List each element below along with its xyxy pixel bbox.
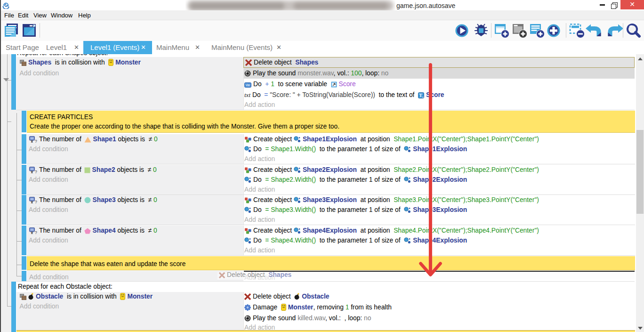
svg-text:?: ? (35, 200, 37, 204)
svg-text:x: x (422, 96, 424, 98)
svg-text:Var: Var (246, 83, 250, 87)
svg-text:?: ? (35, 169, 37, 173)
svg-text:?: ? (35, 230, 37, 234)
svg-text:?: ? (35, 139, 37, 143)
